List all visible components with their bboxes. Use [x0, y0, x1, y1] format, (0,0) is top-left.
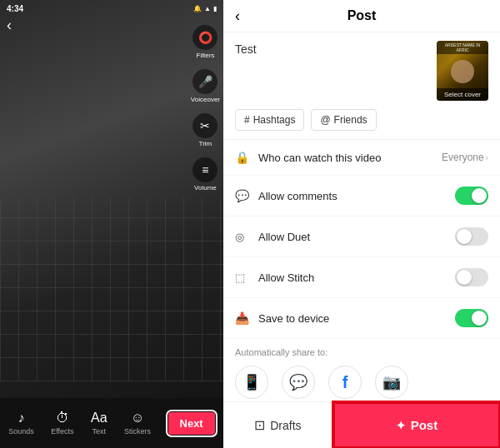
volume-tool[interactable]: ≡ Volume	[192, 157, 218, 192]
allow-comments-row: 💬 Allow comments	[223, 176, 500, 217]
drafts-icon: ⊡	[254, 417, 265, 433]
cover-thumb-inner: ARDEST NAME IN AFRIC Select cover	[437, 41, 488, 101]
friends-button[interactable]: @ Friends	[311, 109, 376, 131]
lock-icon: 🔒	[235, 151, 252, 164]
whatsapp-icon: 📱	[242, 373, 261, 391]
post-icon: ✦	[396, 419, 406, 432]
save-to-device-row: 📥 Save to device	[223, 298, 500, 339]
who-can-watch-value: Everyone ›	[442, 152, 488, 163]
status-icons: 🔔 ▲ ▮	[193, 5, 217, 12]
tags-row: # Hashtags @ Friends	[223, 109, 500, 139]
sounds-button[interactable]: ♪ Sounds	[8, 411, 34, 436]
notification-icon: 🔔	[193, 5, 202, 12]
left-panel: 4:34 🔔 ▲ ▮ ‹ ⭕ Filters 🎤 Voiceover ✂ Tri…	[0, 0, 223, 448]
cover-thumbnail[interactable]: ARDEST NAME IN AFRIC Select cover	[437, 41, 488, 101]
effects-label: Effects	[51, 427, 73, 436]
friends-label: Friends	[334, 114, 368, 126]
instagram-icon: 📷	[382, 373, 401, 391]
save-icon: 📥	[235, 311, 252, 325]
allow-stitch-label: Allow Stitch	[258, 271, 455, 284]
allow-comments-toggle[interactable]	[455, 187, 488, 205]
text-label: Text	[92, 427, 107, 436]
post-content: Test ARDEST NAME IN AFRIC Select cover #…	[223, 32, 500, 401]
share-icons-row: 📱 💬 f 📷	[235, 366, 488, 399]
voiceover-tool[interactable]: 🎤 Voiceover	[191, 69, 220, 103]
instagram-share-button[interactable]: 📷	[375, 366, 408, 399]
text-icon: Aa	[91, 411, 108, 426]
facebook-share-button[interactable]: f	[328, 366, 362, 399]
drafts-button[interactable]: ⊡ Drafts	[223, 402, 333, 448]
wifi-icon: ▲	[204, 5, 211, 12]
voiceover-label: Voiceover	[191, 96, 220, 103]
save-to-device-toggle[interactable]	[455, 309, 488, 327]
post-footer: ⊡ Drafts ✦ Post	[223, 401, 500, 448]
voiceover-icon: 🎤	[192, 69, 218, 94]
bottom-bar: ♪ Sounds ⏱ Effects Aa Text ☺ Stickers Ne…	[0, 398, 223, 448]
post-text[interactable]: Test	[235, 41, 428, 56]
cover-select-label[interactable]: Select cover	[437, 88, 488, 101]
hashtag-icon: #	[244, 114, 250, 126]
hashtags-label: Hashtags	[253, 114, 296, 126]
share-label: Automatically share to:	[235, 347, 488, 357]
post-button[interactable]: ✦ Post	[333, 402, 500, 448]
trim-tool[interactable]: ✂ Trim	[192, 113, 218, 147]
trim-label: Trim	[199, 140, 212, 147]
sounds-icon: ♪	[18, 411, 24, 426]
next-button[interactable]: Next	[168, 412, 215, 435]
hashtags-button[interactable]: # Hashtags	[235, 109, 304, 131]
sounds-label: Sounds	[8, 427, 34, 436]
messenger-icon: 💬	[289, 373, 308, 391]
volume-label: Volume	[194, 184, 217, 192]
who-can-watch-label: Who can watch this video	[258, 152, 442, 164]
save-to-device-label: Save to device	[258, 312, 455, 325]
effects-button[interactable]: ⏱ Effects	[51, 411, 73, 436]
text-button[interactable]: Aa Text	[91, 411, 108, 436]
who-can-watch-row[interactable]: 🔒 Who can watch this video Everyone ›	[223, 140, 500, 176]
post-title: Post	[348, 8, 377, 23]
filters-tool[interactable]: ⭕ Filters	[192, 25, 218, 59]
status-time: 4:34	[7, 4, 23, 13]
allow-duet-row: ◎ Allow Duet	[223, 217, 500, 257]
whatsapp-share-button[interactable]: 📱	[235, 366, 268, 399]
cover-top-text: ARDEST NAME IN AFRIC	[437, 41, 488, 54]
allow-stitch-toggle[interactable]	[455, 268, 488, 286]
video-background: 4:34 🔔 ▲ ▮ ‹ ⭕ Filters 🎤 Voiceover ✂ Tri…	[0, 0, 223, 448]
messenger-share-button[interactable]: 💬	[282, 366, 315, 399]
post-header: ‹ Post	[223, 0, 500, 32]
post-description-row: Test ARDEST NAME IN AFRIC Select cover	[223, 32, 500, 109]
drafts-label: Drafts	[270, 419, 301, 432]
chevron-right-icon: ›	[486, 153, 488, 162]
comment-icon: 💬	[235, 189, 252, 202]
trim-icon: ✂	[192, 113, 218, 138]
filters-label: Filters	[197, 52, 215, 59]
video-back-button[interactable]: ‹	[7, 17, 12, 34]
stickers-icon: ☺	[131, 411, 144, 426]
right-panel: ‹ Post Test ARDEST NAME IN AFRIC Select …	[223, 0, 500, 448]
keyboard-visual	[0, 198, 223, 381]
allow-duet-label: Allow Duet	[258, 231, 455, 243]
stickers-button[interactable]: ☺ Stickers	[124, 411, 151, 436]
stickers-label: Stickers	[124, 427, 151, 436]
allow-stitch-row: ⬚ Allow Stitch	[223, 257, 500, 298]
battery-icon: ▮	[213, 5, 217, 12]
volume-icon: ≡	[192, 157, 218, 182]
allow-comments-label: Allow comments	[258, 190, 455, 202]
friends-icon: @	[320, 114, 330, 126]
right-tools: ⭕ Filters 🎤 Voiceover ✂ Trim ≡ Volume	[191, 25, 220, 192]
duet-icon: ◎	[235, 231, 252, 243]
share-section: Automatically share to: 📱 💬 f 📷	[223, 339, 500, 401]
allow-duet-toggle[interactable]	[455, 227, 488, 246]
filters-icon: ⭕	[192, 25, 218, 50]
effects-icon: ⏱	[56, 411, 69, 426]
status-bar: 4:34 🔔 ▲ ▮	[0, 0, 223, 17]
facebook-icon: f	[342, 373, 348, 392]
post-back-button[interactable]: ‹	[235, 7, 240, 25]
settings-section: 🔒 Who can watch this video Everyone › 💬 …	[223, 139, 500, 339]
stitch-icon: ⬚	[235, 271, 252, 284]
post-label: Post	[411, 418, 438, 432]
